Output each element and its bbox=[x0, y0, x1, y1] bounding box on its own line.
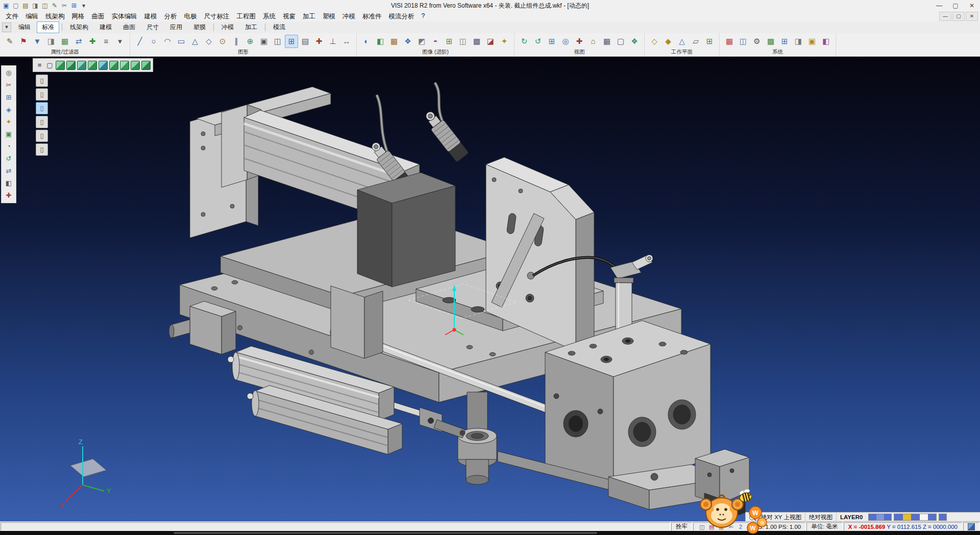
menu-item[interactable]: 电极 bbox=[181, 11, 201, 22]
menu-item[interactable]: 系统 bbox=[259, 11, 279, 22]
menu-item[interactable]: 网格 bbox=[68, 11, 88, 22]
toolbar-icon[interactable]: ◐ bbox=[360, 35, 373, 48]
quick-access-icon[interactable]: ▤ bbox=[21, 1, 30, 10]
left-toolbar-icon[interactable]: ◎ bbox=[4, 68, 14, 78]
left-toolbar-icon[interactable]: ✦ bbox=[4, 117, 14, 127]
toolbar-icon[interactable]: ↔ bbox=[340, 35, 353, 48]
quick-access-icon[interactable]: ⊞ bbox=[69, 1, 79, 10]
menu-item[interactable]: 实体编辑 bbox=[108, 11, 141, 22]
viewport-3d-canvas[interactable]: Z X Y bbox=[0, 56, 980, 521]
view-cube-button[interactable] bbox=[88, 61, 97, 70]
taskbar-sliver[interactable] bbox=[0, 531, 980, 535]
toolbar-tab[interactable]: 曲面 bbox=[118, 21, 140, 33]
toolbar-icon[interactable]: ◫ bbox=[271, 35, 284, 48]
toolbar-icon[interactable]: ╱ bbox=[133, 35, 146, 48]
toolbar-icon[interactable]: ▩ bbox=[470, 35, 483, 48]
toolbar-icon[interactable]: ❖ bbox=[628, 35, 641, 48]
toolbar-icon[interactable]: ✚ bbox=[86, 35, 99, 48]
toolbar-icon[interactable]: ▱ bbox=[689, 35, 702, 48]
toolbar-icon[interactable]: ◇ bbox=[648, 35, 661, 48]
toolbar-icon[interactable]: ✎ bbox=[3, 35, 16, 48]
toolbar-icon[interactable]: ▾ bbox=[113, 35, 127, 48]
view-cube-button[interactable] bbox=[141, 61, 151, 70]
toolbar-icon[interactable]: ▦ bbox=[58, 35, 71, 48]
quick-access-icon[interactable]: ◫ bbox=[40, 1, 50, 10]
toolbar-icon[interactable]: ◨ bbox=[44, 35, 58, 48]
toolbar-icon[interactable]: ▦ bbox=[600, 35, 614, 48]
menu-item[interactable]: 分析 bbox=[161, 11, 181, 22]
left-toolbar-icon[interactable]: ✚ bbox=[4, 190, 14, 201]
mdi-close-button[interactable]: ✕ bbox=[966, 12, 978, 21]
side-panel-button[interactable]: ▯ bbox=[36, 130, 48, 142]
toolbar-icon[interactable]: ↻ bbox=[518, 35, 531, 48]
menu-item[interactable]: 塑模 bbox=[319, 11, 339, 22]
toolbar-icon[interactable]: ⊞ bbox=[778, 35, 791, 48]
coordinate-readout[interactable]: X = -0015.869 Y = 0112.615 Z = 0000.000 bbox=[844, 522, 962, 531]
toolbar-tab[interactable]: 标准 bbox=[37, 21, 59, 33]
left-toolbar-icon[interactable]: ↺ bbox=[4, 154, 14, 164]
toolbar-icon[interactable]: ⊞ bbox=[703, 35, 716, 48]
toolbar-icon[interactable]: ▣ bbox=[257, 35, 271, 48]
toolbar-icon[interactable]: ◇ bbox=[202, 35, 215, 48]
toolbar-icon[interactable]: ≡ bbox=[100, 35, 113, 48]
menu-item[interactable]: 建模 bbox=[141, 11, 161, 22]
toolbar-icon[interactable]: ✚ bbox=[312, 35, 326, 48]
close-button[interactable]: ✕ bbox=[964, 1, 980, 11]
menu-item[interactable]: 工程图 bbox=[233, 11, 260, 22]
menu-item[interactable]: 尺寸标注 bbox=[201, 11, 233, 22]
mdi-minimize-button[interactable]: — bbox=[939, 12, 951, 21]
toolbar-tab[interactable]: 应用 bbox=[165, 21, 187, 33]
toolbar-icon[interactable]: ◫ bbox=[737, 35, 750, 48]
view-cube-button[interactable] bbox=[109, 61, 118, 70]
view-cube-button[interactable] bbox=[131, 61, 140, 70]
quick-access-icon[interactable]: ✂ bbox=[60, 1, 69, 10]
mdi-restore-button[interactable]: ▢ bbox=[952, 12, 965, 21]
snap-lock-label[interactable]: 拴牢 bbox=[671, 522, 692, 531]
absolute-view-label[interactable]: 绝对视图 bbox=[805, 513, 836, 522]
toolbar-icon[interactable]: ▼ bbox=[31, 35, 44, 48]
toolbar-icon[interactable]: ∥ bbox=[230, 35, 243, 48]
taskbar-window-button[interactable] bbox=[174, 532, 597, 534]
toolbar-tab[interactable]: 编辑 bbox=[13, 21, 36, 33]
menu-item[interactable]: 编辑 bbox=[22, 11, 42, 22]
toolbar-icon[interactable]: ▦ bbox=[723, 35, 736, 48]
toolbar-icon[interactable]: ◎ bbox=[559, 35, 572, 48]
toolbar-icon[interactable]: △ bbox=[188, 35, 202, 48]
toolbar-tab[interactable]: 建模 bbox=[94, 21, 117, 33]
quick-access-icon[interactable]: ◨ bbox=[31, 1, 40, 10]
toolbar-icon[interactable]: ⇄ bbox=[72, 35, 85, 48]
quick-access-icon[interactable]: ▢ bbox=[11, 1, 20, 10]
toolbar-icon[interactable]: ▢ bbox=[614, 35, 627, 48]
quick-access-icon[interactable]: ✎ bbox=[50, 1, 59, 10]
toolbar-icon[interactable]: ✦ bbox=[498, 35, 511, 48]
active-layer-label[interactable]: LAYER0 bbox=[836, 513, 866, 522]
left-toolbar-icon[interactable]: ⇄ bbox=[4, 166, 14, 176]
toolbar-icon[interactable]: ⊙ bbox=[216, 35, 229, 48]
maximize-button[interactable]: ▢ bbox=[947, 1, 964, 11]
left-toolbar-icon[interactable]: ◧ bbox=[4, 178, 14, 188]
menu-item[interactable]: 冲模 bbox=[339, 11, 359, 22]
layer-color-bar-1[interactable] bbox=[868, 514, 892, 521]
left-toolbar-icon[interactable]: ⊞ bbox=[4, 92, 14, 103]
side-panel-button[interactable]: ▯ bbox=[36, 102, 48, 114]
view-cube-button[interactable] bbox=[120, 61, 129, 70]
toolbar-icon[interactable]: ⊞ bbox=[443, 35, 456, 48]
toolbar-icon[interactable]: ⊞ bbox=[285, 35, 298, 48]
left-toolbar-icon[interactable]: ▣ bbox=[4, 129, 14, 139]
toolbar-icon[interactable]: ◫ bbox=[456, 35, 470, 48]
menu-item[interactable]: 模流分析 bbox=[385, 11, 418, 22]
toolbar-icon[interactable]: ❖ bbox=[401, 35, 414, 48]
view-cube-button[interactable]: ≡ bbox=[35, 61, 44, 69]
toolbar-icon[interactable]: ⊥ bbox=[326, 35, 339, 48]
toolbar-tab[interactable]: 线架构 bbox=[65, 21, 93, 33]
toolbar-icon[interactable]: ◠ bbox=[161, 35, 174, 48]
view-cube-button[interactable] bbox=[99, 61, 108, 70]
view-cube-button[interactable]: ▢ bbox=[45, 61, 54, 69]
toolbar-icon[interactable]: ▩ bbox=[764, 35, 777, 48]
toolbar-icon[interactable]: ⊕ bbox=[243, 35, 257, 48]
layer-corner-swatch[interactable] bbox=[939, 514, 947, 521]
toolbar-tab[interactable]: 模流 bbox=[268, 21, 290, 33]
view-cube-button[interactable] bbox=[66, 61, 76, 70]
left-toolbar-icon[interactable]: ◈ bbox=[4, 105, 14, 115]
toolbar-icon[interactable]: ↺ bbox=[531, 35, 545, 48]
